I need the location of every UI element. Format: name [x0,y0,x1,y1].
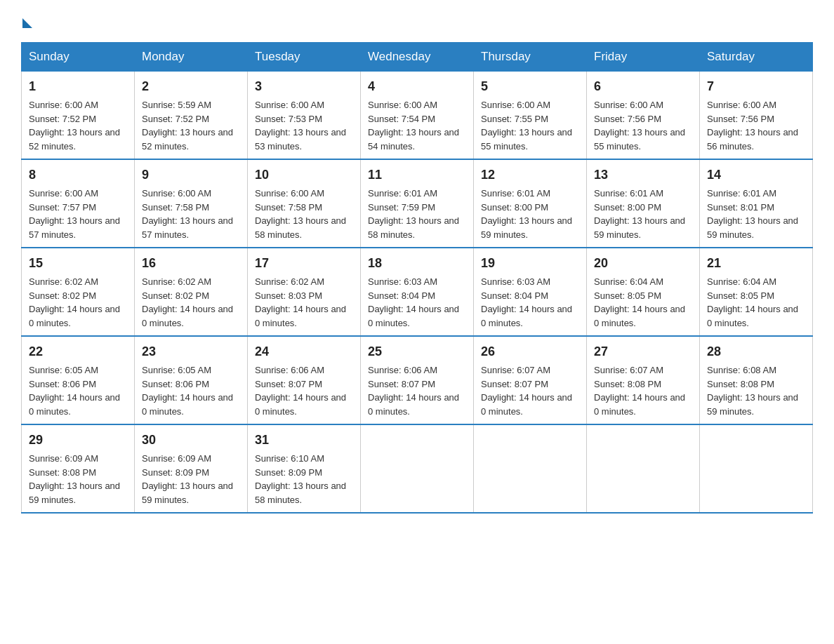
day-number: 11 [368,166,466,185]
day-number: 6 [594,77,692,96]
day-number: 23 [142,342,240,361]
day-info: Sunrise: 6:02 AMSunset: 8:02 PMDaylight:… [142,275,240,330]
day-number: 15 [29,254,127,273]
calendar-cell: 4Sunrise: 6:00 AMSunset: 7:54 PMDaylight… [361,72,474,160]
calendar-cell: 25Sunrise: 6:06 AMSunset: 8:07 PMDayligh… [361,336,474,424]
header-monday: Monday [135,43,248,72]
day-info: Sunrise: 6:07 AMSunset: 8:08 PMDaylight:… [594,363,692,418]
day-number: 29 [29,431,127,450]
day-number: 19 [481,254,579,273]
calendar-cell: 22Sunrise: 6:05 AMSunset: 8:06 PMDayligh… [22,336,135,424]
day-number: 1 [29,77,127,96]
day-info: Sunrise: 6:00 AMSunset: 7:57 PMDaylight:… [29,187,127,241]
day-info: Sunrise: 6:01 AMSunset: 8:00 PMDaylight:… [594,187,692,241]
day-info: Sunrise: 6:05 AMSunset: 8:06 PMDaylight:… [142,363,240,418]
header-sunday: Sunday [22,43,135,72]
day-number: 10 [255,166,353,185]
calendar-cell: 8Sunrise: 6:00 AMSunset: 7:57 PMDaylight… [22,159,135,248]
day-info: Sunrise: 6:01 AMSunset: 8:01 PMDaylight:… [707,187,805,241]
calendar-week-row: 15Sunrise: 6:02 AMSunset: 8:02 PMDayligh… [22,248,813,336]
calendar-cell: 10Sunrise: 6:00 AMSunset: 7:58 PMDayligh… [248,159,361,248]
calendar-cell: 24Sunrise: 6:06 AMSunset: 8:07 PMDayligh… [248,336,361,424]
day-info: Sunrise: 6:00 AMSunset: 7:58 PMDaylight:… [142,187,240,241]
calendar-week-row: 1Sunrise: 6:00 AMSunset: 7:52 PMDaylight… [22,72,813,160]
day-info: Sunrise: 5:59 AMSunset: 7:52 PMDaylight:… [142,98,240,153]
calendar-cell: 19Sunrise: 6:03 AMSunset: 8:04 PMDayligh… [474,248,587,336]
calendar-week-row: 8Sunrise: 6:00 AMSunset: 7:57 PMDaylight… [22,159,813,248]
day-number: 2 [142,77,240,96]
day-number: 18 [368,254,466,273]
day-info: Sunrise: 6:00 AMSunset: 7:56 PMDaylight:… [594,98,692,153]
day-number: 3 [255,77,353,96]
calendar-cell: 16Sunrise: 6:02 AMSunset: 8:02 PMDayligh… [135,248,248,336]
day-info: Sunrise: 6:00 AMSunset: 7:52 PMDaylight:… [29,98,127,153]
day-number: 5 [481,77,579,96]
page-header [21,14,813,29]
day-info: Sunrise: 6:01 AMSunset: 8:00 PMDaylight:… [481,187,579,241]
day-number: 28 [707,342,805,361]
day-info: Sunrise: 6:02 AMSunset: 8:02 PMDaylight:… [29,275,127,330]
day-info: Sunrise: 6:05 AMSunset: 8:06 PMDaylight:… [29,363,127,418]
day-number: 24 [255,342,353,361]
day-info: Sunrise: 6:09 AMSunset: 8:08 PMDaylight:… [29,452,127,507]
calendar-cell: 3Sunrise: 6:00 AMSunset: 7:53 PMDaylight… [248,72,361,160]
calendar-cell: 5Sunrise: 6:00 AMSunset: 7:55 PMDaylight… [474,72,587,160]
day-info: Sunrise: 6:04 AMSunset: 8:05 PMDaylight:… [707,275,805,330]
calendar-week-row: 29Sunrise: 6:09 AMSunset: 8:08 PMDayligh… [22,424,813,513]
day-number: 13 [594,166,692,185]
header-tuesday: Tuesday [248,43,361,72]
day-info: Sunrise: 6:01 AMSunset: 7:59 PMDaylight:… [368,187,466,241]
calendar-cell: 14Sunrise: 6:01 AMSunset: 8:01 PMDayligh… [700,159,813,248]
logo [21,14,35,29]
day-number: 27 [594,342,692,361]
calendar-cell: 13Sunrise: 6:01 AMSunset: 8:00 PMDayligh… [587,159,700,248]
calendar-table: SundayMondayTuesdayWednesdayThursdayFrid… [21,42,813,514]
day-number: 12 [481,166,579,185]
calendar-cell: 15Sunrise: 6:02 AMSunset: 8:02 PMDayligh… [22,248,135,336]
day-number: 31 [255,431,353,450]
calendar-cell: 30Sunrise: 6:09 AMSunset: 8:09 PMDayligh… [135,424,248,513]
day-info: Sunrise: 6:00 AMSunset: 7:56 PMDaylight:… [707,98,805,153]
calendar-cell: 31Sunrise: 6:10 AMSunset: 8:09 PMDayligh… [248,424,361,513]
day-info: Sunrise: 6:00 AMSunset: 7:58 PMDaylight:… [255,187,353,241]
day-number: 17 [255,254,353,273]
day-info: Sunrise: 6:10 AMSunset: 8:09 PMDaylight:… [255,452,353,507]
day-number: 8 [29,166,127,185]
day-number: 20 [594,254,692,273]
day-number: 4 [368,77,466,96]
header-friday: Friday [587,43,700,72]
day-number: 9 [142,166,240,185]
day-info: Sunrise: 6:09 AMSunset: 8:09 PMDaylight:… [142,452,240,507]
day-number: 16 [142,254,240,273]
calendar-cell: 23Sunrise: 6:05 AMSunset: 8:06 PMDayligh… [135,336,248,424]
calendar-cell [587,424,700,513]
day-info: Sunrise: 6:03 AMSunset: 8:04 PMDaylight:… [481,275,579,330]
calendar-cell: 18Sunrise: 6:03 AMSunset: 8:04 PMDayligh… [361,248,474,336]
day-number: 22 [29,342,127,361]
calendar-cell: 17Sunrise: 6:02 AMSunset: 8:03 PMDayligh… [248,248,361,336]
header-thursday: Thursday [474,43,587,72]
day-info: Sunrise: 6:06 AMSunset: 8:07 PMDaylight:… [255,363,353,418]
calendar-cell: 9Sunrise: 6:00 AMSunset: 7:58 PMDaylight… [135,159,248,248]
calendar-cell: 7Sunrise: 6:00 AMSunset: 7:56 PMDaylight… [700,72,813,160]
calendar-cell: 12Sunrise: 6:01 AMSunset: 8:00 PMDayligh… [474,159,587,248]
calendar-cell: 28Sunrise: 6:08 AMSunset: 8:08 PMDayligh… [700,336,813,424]
day-info: Sunrise: 6:03 AMSunset: 8:04 PMDaylight:… [368,275,466,330]
calendar-cell: 26Sunrise: 6:07 AMSunset: 8:07 PMDayligh… [474,336,587,424]
calendar-week-row: 22Sunrise: 6:05 AMSunset: 8:06 PMDayligh… [22,336,813,424]
day-info: Sunrise: 6:02 AMSunset: 8:03 PMDaylight:… [255,275,353,330]
day-number: 7 [707,77,805,96]
calendar-cell [474,424,587,513]
day-number: 30 [142,431,240,450]
calendar-cell: 27Sunrise: 6:07 AMSunset: 8:08 PMDayligh… [587,336,700,424]
header-saturday: Saturday [700,43,813,72]
calendar-header-row: SundayMondayTuesdayWednesdayThursdayFrid… [22,43,813,72]
calendar-cell: 2Sunrise: 5:59 AMSunset: 7:52 PMDaylight… [135,72,248,160]
calendar-cell: 29Sunrise: 6:09 AMSunset: 8:08 PMDayligh… [22,424,135,513]
day-number: 21 [707,254,805,273]
calendar-cell: 21Sunrise: 6:04 AMSunset: 8:05 PMDayligh… [700,248,813,336]
day-number: 14 [707,166,805,185]
day-info: Sunrise: 6:06 AMSunset: 8:07 PMDaylight:… [368,363,466,418]
day-number: 26 [481,342,579,361]
day-info: Sunrise: 6:08 AMSunset: 8:08 PMDaylight:… [707,363,805,418]
